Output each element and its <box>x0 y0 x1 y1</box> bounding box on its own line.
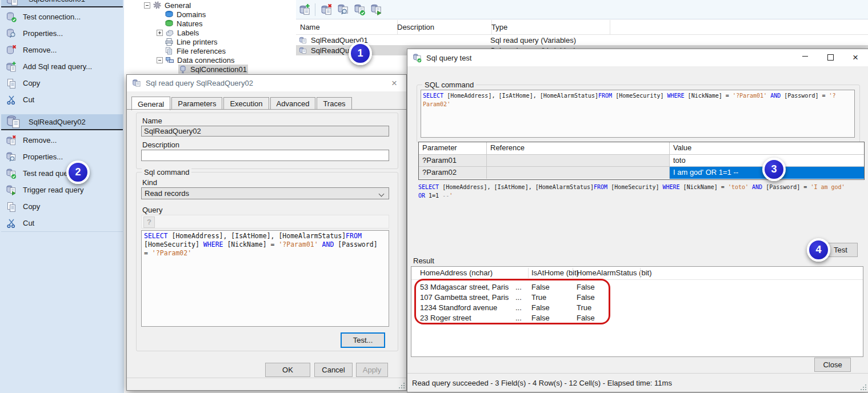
column-header-type[interactable]: Type <box>487 20 610 34</box>
query-document-icon <box>132 78 142 88</box>
menu-item-label: Add Sql read query... <box>23 62 92 71</box>
tree-item-data-connections[interactable]: Data connections <box>157 55 235 65</box>
column-separator <box>640 268 641 278</box>
tree-item-natures[interactable]: Natures <box>165 19 204 28</box>
insert-parameter-icon[interactable]: ? <box>143 216 155 228</box>
result-rows-annotation-box <box>414 279 610 324</box>
collapse-expander-icon[interactable] <box>144 2 150 9</box>
tree-item-sqlconnection01[interactable]: SqlConnection01 <box>178 65 248 74</box>
sql-command-editor[interactable]: SELECT [HomeAddress], [IsAtHome], [HomeA… <box>421 90 855 138</box>
menu-header-sqlconnection01[interactable]: SqlConnection01 <box>1 0 123 7</box>
kind-dropdown[interactable]: Read records <box>141 187 389 199</box>
menu-item-label: Cut <box>23 219 34 227</box>
resize-grip[interactable] <box>399 383 405 388</box>
query-toolbar: ? <box>141 215 389 228</box>
tree-item-domains[interactable]: Domains <box>165 10 207 19</box>
minimize-icon[interactable] <box>793 49 818 66</box>
sql-command-groupbox: SQL command SELECT [HomeAddress], [IsAtH… <box>417 85 860 143</box>
tree-item-labels[interactable]: Labels <box>157 28 200 37</box>
menu-header-sqlreadquery02[interactable]: SqlReadQuery02 <box>1 114 123 130</box>
description-field[interactable] <box>141 150 389 161</box>
tab-traces[interactable]: Traces <box>317 97 351 110</box>
database-remove-icon <box>6 45 17 56</box>
menu-item-label: Cut <box>23 95 34 104</box>
parameter-grid: Parameter Reference Value ?Param01 toto … <box>418 142 865 180</box>
close-button[interactable]: Close <box>814 358 851 372</box>
tab-execution[interactable]: Execution <box>223 97 269 110</box>
dialog-titlebar[interactable]: Sql read query SqlReadQuery02 <box>127 75 406 91</box>
close-icon[interactable] <box>382 75 406 91</box>
column-separator <box>573 268 573 278</box>
menu-header-label: SqlReadQuery02 <box>29 118 86 126</box>
maximize-icon[interactable] <box>818 49 843 66</box>
result-column-homeaddress: HomeAddress (nchar) <box>420 267 493 279</box>
menu-item-copy-connection[interactable]: Copy <box>1 75 123 91</box>
tab-parameters[interactable]: Parameters <box>171 97 222 110</box>
toolbar-test-query-button[interactable] <box>353 2 367 17</box>
toolbar-separator <box>315 3 315 16</box>
toolbar-properties-button[interactable] <box>336 2 351 17</box>
param-reference-cell[interactable] <box>487 155 670 167</box>
tab-general[interactable]: General <box>131 97 170 110</box>
menu-item-properties-connection[interactable]: Properties... <box>1 25 123 42</box>
menu-item-copy-query[interactable]: Copy <box>1 198 123 215</box>
column-header-description[interactable]: Description <box>393 20 492 34</box>
browser-row-sqlreadquery01[interactable]: SqlReadQuery01 Sql read query (Variables… <box>296 35 868 45</box>
param-reference-cell[interactable] <box>487 167 670 179</box>
kind-label: Kind <box>142 178 157 187</box>
apply-button[interactable]: Apply <box>356 363 388 377</box>
column-header-name[interactable]: Name <box>296 20 398 34</box>
tree-item-label: Line printers <box>175 38 219 46</box>
tree-item-line-printers[interactable]: Line printers <box>165 37 219 46</box>
column-separator <box>528 268 529 278</box>
resize-grip[interactable] <box>861 384 866 390</box>
menu-item-cut-connection[interactable]: Cut <box>1 91 123 108</box>
menu-item-cut-query[interactable]: Cut <box>1 215 123 231</box>
tab-strip: General Parameters Execution Advanced Tr… <box>131 96 353 110</box>
tree-item-general[interactable]: General <box>144 1 192 10</box>
menu-item-label: Properties... <box>23 29 63 38</box>
param-column-parameter: Parameter <box>419 142 487 155</box>
dialog-titlebar[interactable]: Sql query test <box>407 49 868 66</box>
query-editor[interactable]: SELECT [HomeAddress], [IsAtHome], [HomeA… <box>141 230 389 327</box>
menu-item-properties-query[interactable]: Properties... <box>1 149 123 165</box>
menu-item-label: Remove... <box>23 136 57 145</box>
menu-item-label: Trigger read query <box>23 186 83 194</box>
scissors-icon <box>6 218 17 229</box>
row-type: Sql read query (Variables) <box>490 36 576 45</box>
dialog-status-strip <box>127 378 406 390</box>
menu-item-trigger-read-query[interactable]: Trigger read query <box>1 182 123 198</box>
dialog-title: Sql query test <box>426 54 472 62</box>
resolved-sql-preview: SELECT [HomeAddress], [IsAtHome], [HomeA… <box>418 183 863 200</box>
name-field[interactable] <box>141 126 389 137</box>
sql-connection-icon <box>178 65 187 74</box>
expand-expander-icon[interactable] <box>157 30 163 36</box>
domains-icon <box>165 10 174 19</box>
toolbar-remove-query-button[interactable] <box>319 2 334 17</box>
tree-item-label: Domains <box>175 10 207 19</box>
close-icon[interactable] <box>843 49 868 66</box>
menu-item-test-read-query[interactable]: Test read query <box>1 165 123 182</box>
sql-command-caption: Sql command <box>142 168 191 177</box>
menu-item-remove-connection[interactable]: Remove... <box>1 42 123 58</box>
chevron-down-icon <box>379 192 384 196</box>
menu-item-label: Properties... <box>23 153 63 161</box>
tree-item-file-references[interactable]: File references <box>165 46 227 55</box>
menu-item-test-connection[interactable]: Test connection... <box>1 9 123 25</box>
test-query-button[interactable]: Test... <box>341 332 385 348</box>
menu-item-add-sql-read-query[interactable]: Add Sql read query... <box>1 58 123 75</box>
collapse-expander-icon[interactable] <box>157 57 163 63</box>
sql-query-test-dialog: Sql query test SQL command SELECT [HomeA… <box>407 49 868 392</box>
toolbar-add-query-button[interactable] <box>298 2 313 17</box>
copy-icon <box>6 201 17 212</box>
ok-button[interactable]: OK <box>265 363 310 377</box>
menu-item-remove-query[interactable]: Remove... <box>1 132 123 149</box>
status-text: Read query succeeded - 3 Field(s) - 4 Ro… <box>412 379 672 387</box>
tab-advanced[interactable]: Advanced <box>270 97 316 110</box>
browser-column-header: Name Description Type <box>296 20 868 35</box>
annotation-badge-4: 4 <box>807 238 830 262</box>
cancel-button[interactable]: Cancel <box>314 363 353 377</box>
menu-item-label: Copy <box>23 79 40 87</box>
toolbar-trigger-query-button[interactable] <box>369 2 384 17</box>
sql-command-groupbox: Sql command Kind Read records Query ? SE… <box>136 172 398 351</box>
